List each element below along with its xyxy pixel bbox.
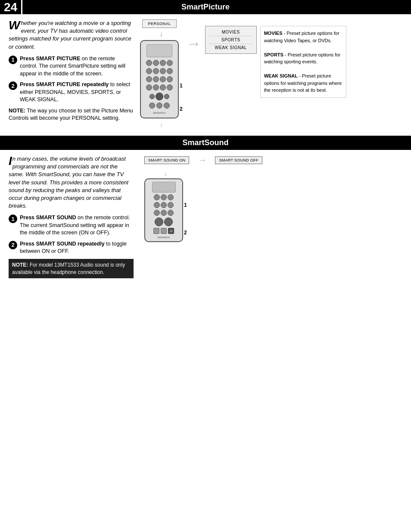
sp-personal-label: PERSONAL: [148, 22, 171, 26]
ss-btn-on: SMART SOUND ON: [144, 156, 189, 164]
ss-step1-bold: Press SMART SOUND: [20, 215, 76, 221]
ss-nav-row: [155, 218, 173, 226]
sp-left-column: Whether you're watching a movie or a spo…: [9, 19, 134, 128]
smart-picture-title: SmartPicture: [181, 3, 230, 11]
sp-btn-4: [167, 60, 173, 66]
sp-remote-screen: [146, 44, 172, 57]
ss-nav-large2: [164, 218, 173, 226]
sp-diagram-area: PERSONAL ↓: [140, 19, 402, 128]
ss-step-numbers: 1 2: [184, 202, 187, 242]
ss-arrow-down: ↓: [164, 169, 168, 178]
sp-intro-body: hether you're watching a movie or a spor…: [9, 20, 131, 50]
ss-remote-screen: [152, 182, 176, 193]
ss-sq2: [161, 228, 167, 234]
ss-remote: SM MAGNAVOX: [144, 178, 183, 242]
sp-remote: MAGNAVOX: [140, 40, 179, 118]
sp-sports-info: SPORTS - Preset picture options for watc…: [264, 51, 342, 65]
sp-btn-9: [146, 76, 152, 82]
sp-note-text: The way you choose to set the Picture Me…: [9, 108, 133, 121]
sp-weak-bold: WEAK SIGNAL: [264, 73, 298, 78]
sp-step2-number: 2: [9, 81, 17, 90]
sp-step2: 2 Press SMART PICTURE repeatedly to sele…: [9, 81, 134, 104]
smart-picture-header: 24 SmartPicture: [0, 0, 411, 14]
sp-btn-row5-1: [149, 103, 155, 109]
sp-weak-info: WEAK SIGNAL - Preset picture options for…: [264, 72, 342, 94]
smart-picture-section: Whether you're watching a movie or a spo…: [0, 14, 411, 132]
ss-sq1: [153, 228, 159, 234]
ss-num-2: 2: [184, 230, 187, 236]
ss-step2-text: Press SMART SOUND repeatedly to toggle b…: [20, 240, 134, 255]
sp-btn-13: [146, 84, 152, 90]
ss-nav-large: [155, 218, 163, 226]
ss-step1-number: 1: [9, 215, 17, 223]
sp-option-sports: SPORTS: [209, 36, 253, 44]
sp-note: NOTE: The way you choose to set the Pict…: [9, 107, 134, 122]
sp-nav-center: [156, 93, 163, 100]
sp-option-weak: WEAK SIGNAL: [209, 44, 253, 51]
ss-b3: [168, 194, 174, 200]
sp-btn-15: [160, 84, 166, 90]
ss-remote-area: SM MAGNAVOX 1 2: [144, 178, 187, 242]
sp-btn-6: [153, 68, 159, 74]
ss-b8: [161, 210, 167, 216]
sp-remote-buttons-row3: [146, 76, 173, 82]
sp-step1-bold: Press SMART PICTURE: [20, 56, 80, 62]
sp-num-2: 2: [180, 106, 183, 112]
ss-buttons-display: SMART SOUND ON → SMART SOUND OFF: [144, 155, 262, 165]
smart-sound-title: SmartSound: [182, 138, 228, 147]
sp-btn-7: [160, 68, 166, 74]
sp-movies-bold: MOVIES: [264, 31, 283, 36]
sp-remote-brand: MAGNAVOX: [153, 112, 166, 114]
ss-buttons-row2: [154, 202, 174, 208]
page: 24 SmartPicture Whether you're watching …: [0, 0, 411, 283]
sp-right-arrow: →: [186, 34, 202, 53]
ss-intro-body: n many cases, the volume levels of broad…: [9, 156, 128, 209]
sp-btn-12: [167, 76, 173, 82]
sp-diagram-right-area: → MOVIES SPORTS WEAK SIGNAL MOVIES - Pre…: [186, 19, 346, 98]
ss-buttons-row1: [154, 194, 174, 200]
sp-remote-buttons-row2: [146, 68, 173, 74]
ss-b9: [168, 210, 174, 216]
smart-sound-header: SmartSound: [0, 136, 411, 150]
ss-b6: [168, 202, 174, 208]
ss-note-label-text: NOTE: [12, 262, 26, 268]
ss-b2: [161, 194, 167, 200]
sp-arrow2: ↓: [160, 121, 163, 128]
sp-nav-right: [164, 94, 169, 99]
ss-remote-brand: MAGNAVOX: [158, 236, 170, 239]
ss-step2: 2 Press SMART SOUND repeatedly to toggle…: [9, 240, 134, 255]
ss-b5: [161, 202, 167, 208]
ss-diagram: SMART SOUND ON → SMART SOUND OFF ↓: [140, 155, 262, 278]
sp-btn-16: [167, 84, 173, 90]
ss-step2-number: 2: [9, 241, 17, 249]
ss-step1: 1 Press SMART SOUND on the remote contro…: [9, 214, 134, 237]
ss-buttons-row4: SM: [153, 228, 174, 234]
sp-options-list: MOVIES SPORTS WEAK SIGNAL: [205, 26, 257, 54]
sp-btn-11: [160, 76, 166, 82]
sp-step2-text: Press SMART PICTURE repeatedly to select…: [20, 81, 134, 104]
sp-btn-10: [153, 76, 159, 82]
sp-arrow-down: ↓: [159, 31, 163, 37]
sp-step2-bold: Press SMART PICTURE repeatedly: [20, 81, 109, 87]
ss-note-label: NOTE:: [12, 262, 28, 268]
sp-remote-area: MAGNAVOX 1 2: [140, 40, 183, 118]
sp-drop-cap: W: [9, 19, 20, 31]
ss-intro-text: In many cases, the volume levels of broa…: [9, 155, 134, 210]
ss-left-column: In many cases, the volume levels of broa…: [9, 155, 134, 278]
sp-num-1: 1: [180, 83, 183, 89]
sp-btn-row5-3: [164, 103, 170, 109]
sp-note-label: NOTE:: [9, 108, 25, 114]
ss-drop-cap: I: [9, 155, 12, 167]
sp-personal-box: PERSONAL: [142, 19, 177, 28]
ss-b7: [154, 210, 160, 216]
ss-btn-off: SMART SOUND OFF: [215, 156, 262, 164]
page-number: 24: [0, 0, 22, 14]
sp-movies-info: MOVIES - Preset picture options for watc…: [264, 30, 342, 44]
sp-remote-buttons-row1: [146, 60, 173, 66]
sp-sports-bold: SPORTS: [264, 52, 283, 57]
sp-btn-8: [167, 68, 173, 74]
ss-smart-btn: SM: [168, 228, 174, 234]
ss-buttons-row3: [154, 210, 174, 216]
sp-remote-buttons-row4: [146, 84, 173, 90]
sp-options-panel: MOVIES SPORTS WEAK SIGNAL: [205, 26, 257, 54]
